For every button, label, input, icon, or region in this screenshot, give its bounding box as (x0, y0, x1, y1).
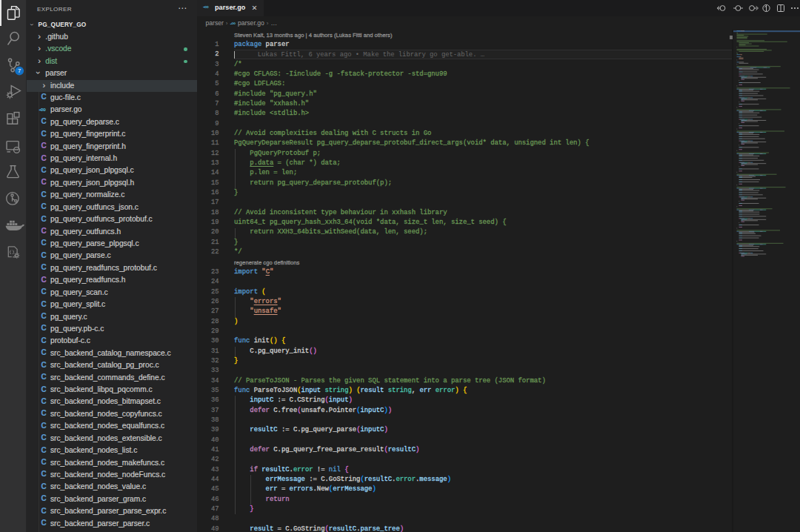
svg-text:7: 7 (18, 67, 21, 74)
